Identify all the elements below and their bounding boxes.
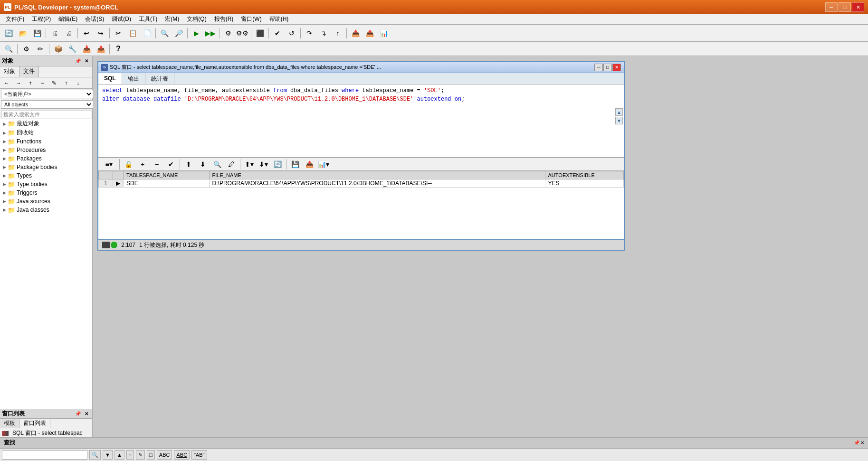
- redo-btn[interactable]: ↪: [94, 27, 107, 39]
- panel-back-btn[interactable]: ←: [1, 78, 12, 88]
- search-text-input[interactable]: [2, 450, 87, 460]
- panel-tab-files[interactable]: 文件: [19, 66, 39, 77]
- pencil-btn[interactable]: ✏: [34, 43, 47, 55]
- grid-export-btn[interactable]: 📤: [303, 158, 316, 170]
- grid-sort-down-btn[interactable]: ⬇: [196, 158, 210, 170]
- tree-item-packages[interactable]: ▶ 📁 Packages: [0, 154, 92, 163]
- grid-query-btn[interactable]: ⬆▾: [242, 158, 256, 170]
- find-btn[interactable]: 🔍: [158, 27, 171, 39]
- sql-tab-stats[interactable]: 统计表: [145, 73, 174, 84]
- step-over-btn[interactable]: ↷: [303, 27, 316, 39]
- step-out-btn[interactable]: ↑: [331, 27, 344, 39]
- tree-item-type-bodies[interactable]: ▶ 📁 Type bodies: [0, 180, 92, 188]
- search-pin[interactable]: 📌: [854, 440, 859, 445]
- menu-file[interactable]: 文件(F): [2, 14, 28, 24]
- commit-btn[interactable]: ✔: [271, 27, 284, 39]
- help-btn[interactable]: ?: [112, 43, 125, 55]
- menu-session[interactable]: 会话(S): [81, 14, 108, 24]
- search-input[interactable]: [1, 111, 91, 118]
- grid-chart-btn[interactable]: 📊▾: [317, 158, 330, 170]
- menu-report[interactable]: 报告(R): [210, 14, 238, 24]
- print2-btn[interactable]: 🖨: [62, 27, 76, 39]
- grid-find-btn[interactable]: 🔍: [210, 158, 224, 170]
- search-obj-btn[interactable]: 🔍: [2, 43, 15, 55]
- tree-item-package-bodies[interactable]: ▶ 📁 Package bodies: [0, 163, 92, 171]
- close-button[interactable]: ✕: [852, 2, 864, 12]
- search-edit-btn[interactable]: ✎: [136, 450, 145, 460]
- grid-del-row-btn[interactable]: −: [150, 158, 163, 170]
- window-list-item[interactable]: SQL 窗口 - select tablespac: [0, 428, 92, 438]
- search-next-btn[interactable]: ▲: [114, 450, 124, 460]
- sql-tab-output[interactable]: 输出: [122, 73, 145, 84]
- compile2-btn[interactable]: ⚙⚙: [236, 27, 249, 39]
- import-btn[interactable]: 📥: [349, 27, 362, 39]
- wl-pin-icon[interactable]: 📌: [74, 410, 82, 418]
- minimize-button[interactable]: ─: [825, 2, 838, 12]
- tree-item-triggers[interactable]: ▶ 📁 Triggers: [0, 188, 92, 197]
- search-close[interactable]: ✕: [860, 440, 864, 445]
- menu-doc[interactable]: 文档(Q): [183, 14, 210, 24]
- search-abc-btn[interactable]: ABC: [157, 450, 172, 460]
- copy-btn[interactable]: 📋: [126, 27, 139, 39]
- stop-btn[interactable]: ⬛: [253, 27, 267, 39]
- grid-refresh-btn[interactable]: 🔄: [271, 158, 284, 170]
- grid-post-btn[interactable]: ✔: [164, 158, 178, 170]
- menu-macro[interactable]: 宏(M): [161, 14, 183, 24]
- panel-forward-btn[interactable]: →: [13, 78, 24, 88]
- find2-btn[interactable]: 🔎: [172, 27, 185, 39]
- settings-btn[interactable]: ⚙: [19, 43, 33, 55]
- restore-button[interactable]: □: [839, 2, 851, 12]
- tree-item-recyclebin[interactable]: ▶ 📁 回收站: [0, 128, 92, 137]
- rollback-btn[interactable]: ↺: [285, 27, 298, 39]
- panel-down-btn[interactable]: ↓: [72, 78, 84, 88]
- menu-edit[interactable]: 编辑(E): [55, 14, 81, 24]
- panel-tab-objects[interactable]: 对象: [0, 66, 19, 77]
- menu-help[interactable]: 帮助(H): [266, 14, 293, 24]
- sql-win-minimize[interactable]: ─: [594, 64, 603, 71]
- menu-debug[interactable]: 调试(D): [108, 14, 135, 24]
- data-grid[interactable]: TABLESPACE_NAME FILE_NAME AUTOEXTENSIBLE…: [98, 171, 624, 240]
- tree-item-java-sources[interactable]: ▶ 📁 Java sources: [0, 197, 92, 206]
- paste-btn[interactable]: 📄: [140, 27, 153, 39]
- panel-up-btn[interactable]: ↑: [60, 78, 72, 88]
- search-box-btn[interactable]: □: [147, 450, 155, 460]
- sql-win-restore[interactable]: □: [603, 64, 612, 71]
- cell-filename[interactable]: D:\PROGRAM\ORACLE\64\APP\YWS\PRODUCT\11.…: [209, 179, 545, 187]
- panel-close-icon[interactable]: ✕: [83, 57, 90, 65]
- wl-tab-template[interactable]: 模板: [0, 419, 19, 428]
- import2-btn[interactable]: 📥: [80, 43, 93, 55]
- cut-btn[interactable]: ✂: [112, 27, 125, 39]
- open-btn[interactable]: 📂: [16, 27, 29, 39]
- compile3-btn[interactable]: 📦: [51, 43, 65, 55]
- compile-btn[interactable]: ⚙: [221, 27, 235, 39]
- new-btn[interactable]: 🔄: [2, 27, 15, 39]
- tree-item-recent[interactable]: ▶ 📁 最近对象: [0, 119, 92, 128]
- grid-down-query-btn[interactable]: ⬇▾: [257, 158, 270, 170]
- grid-filter-btn[interactable]: 🖊: [225, 158, 238, 170]
- grid-lock-btn[interactable]: 🔒: [122, 158, 135, 170]
- grid-add-row-btn[interactable]: +: [136, 158, 149, 170]
- col-filename[interactable]: FILE_NAME: [209, 171, 545, 179]
- tree-item-types[interactable]: ▶ 📁 Types: [0, 171, 92, 180]
- save-btn[interactable]: 💾: [30, 27, 44, 39]
- print-btn[interactable]: 🖨: [48, 27, 61, 39]
- undo-btn[interactable]: ↩: [80, 27, 93, 39]
- filter-select[interactable]: All objects: [1, 100, 93, 109]
- wl-tab-windows[interactable]: 窗口列表: [19, 419, 50, 428]
- scroll-up-arrow[interactable]: ▲: [615, 108, 623, 116]
- panel-edit-btn[interactable]: ✎: [48, 78, 60, 88]
- menu-tools[interactable]: 工具(T): [135, 14, 161, 24]
- search-find-btn[interactable]: 🔍: [89, 450, 101, 460]
- tree-item-java-classes[interactable]: ▶ 📁 Java classes: [0, 206, 92, 214]
- tree-item-procedures[interactable]: ▶ 📁 Procedures: [0, 146, 92, 154]
- export-btn[interactable]: 📤: [363, 27, 376, 39]
- panel-remove-btn[interactable]: −: [37, 78, 48, 88]
- sql-win-close[interactable]: ✕: [612, 64, 621, 71]
- menu-window[interactable]: 窗口(W): [237, 14, 265, 24]
- run2-btn[interactable]: ▶▶: [204, 27, 217, 39]
- sql-editor[interactable]: select tablespace_name, file_name, autoe…: [98, 85, 624, 158]
- panel-add-btn[interactable]: +: [25, 78, 36, 88]
- wl-close-icon[interactable]: ✕: [83, 410, 90, 418]
- chart-btn[interactable]: 📊: [377, 27, 391, 39]
- grid-sort-up-btn[interactable]: ⬆: [182, 158, 195, 170]
